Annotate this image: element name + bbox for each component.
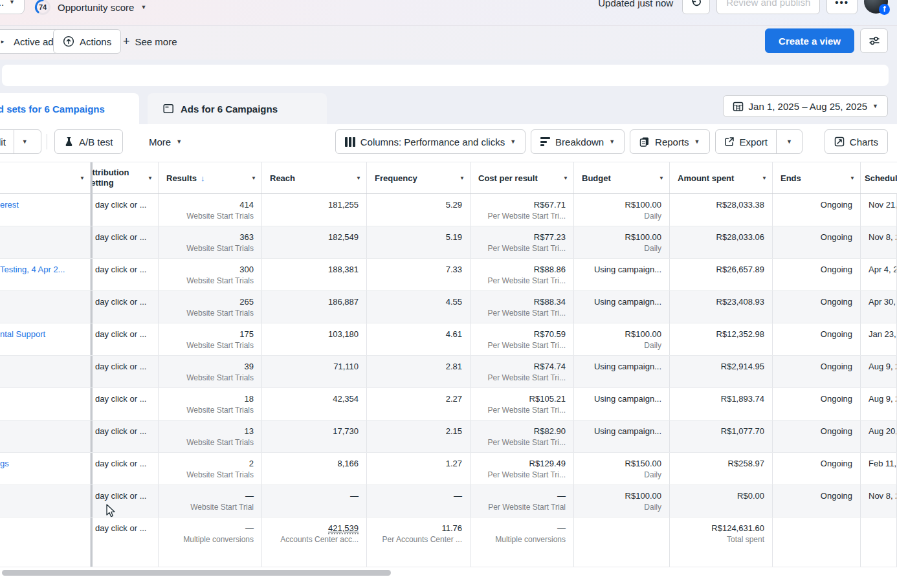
tabs-row: Ad sets for 6 Campaigns Ads for 6 Campai…	[0, 91, 897, 124]
header-ends[interactable]: Ends▼	[773, 162, 861, 193]
refresh-button[interactable]	[682, 0, 710, 14]
avatar[interactable]: f	[864, 0, 888, 14]
cell-reach: 421,539Accounts Center acc...	[262, 517, 367, 567]
adset-name-link[interactable]: erest	[0, 200, 19, 210]
review-publish-button[interactable]: Review and publish	[716, 0, 820, 14]
header-filter-caret-icon[interactable]: ▼	[847, 175, 855, 181]
charts-button[interactable]: Charts	[825, 129, 888, 154]
cell-frequency: 1.27	[367, 453, 471, 485]
filter-search-bar[interactable]	[2, 65, 889, 86]
header-filter-caret-icon[interactable]: ▼	[353, 175, 361, 181]
table-row[interactable]: day click or ... —Multiple conversions 4…	[0, 517, 897, 567]
more-button[interactable]: More ▼	[140, 129, 191, 154]
export-button[interactable]: Export	[716, 130, 776, 153]
ab-test-button[interactable]: A/B test	[54, 129, 123, 154]
cell-schedule: Aug 9, 2	[861, 356, 897, 387]
cell-adset-name	[0, 226, 91, 258]
export-split-button[interactable]: Export ▼	[715, 129, 803, 154]
adset-name-link[interactable]: Testing, 4 Apr 2...	[0, 265, 65, 274]
date-range-button[interactable]: Jan 1, 2025 – Aug 25, 2025 ▼	[723, 95, 888, 117]
edit-button[interactable]: Edit	[0, 130, 14, 153]
header-budget[interactable]: Budget▼	[574, 162, 670, 193]
edit-dropdown-button[interactable]: ▼	[14, 130, 36, 153]
header-filter-caret-icon[interactable]: ▼	[77, 175, 85, 181]
cell-attribution: day click or ...	[93, 259, 159, 290]
header-filter-caret-icon[interactable]: ▼	[145, 175, 153, 181]
adsets-table: ▼ Attribution setting▼ Results↓▼ Reach▼ …	[0, 162, 897, 567]
content-panel: Edit ▼ A/B test More ▼ Columns: Performa…	[0, 124, 897, 588]
header-filter-caret-icon[interactable]: ▼	[249, 175, 256, 181]
horizontal-scrollbar-thumb[interactable]	[2, 570, 391, 576]
chevron-down-icon: ▼	[786, 139, 792, 145]
sliders-icon	[869, 36, 880, 46]
cell-frequency: 2.81	[367, 356, 471, 387]
tab-ads[interactable]: Ads for 6 Campaigns	[148, 93, 327, 124]
export-dropdown-button[interactable]: ▼	[776, 130, 802, 153]
columns-button[interactable]: Columns: Performance and clicks ▼	[335, 129, 526, 154]
cell-amount-spent: R$28,033.06	[670, 226, 773, 258]
cell-budget: R$150.00Daily	[574, 453, 670, 485]
reach-value: 103,180	[328, 329, 359, 339]
header-reach[interactable]: Reach▼	[262, 162, 367, 193]
reach-value: 42,354	[333, 394, 359, 404]
cell-amount-spent: R$1,893.74	[670, 388, 773, 420]
cell-cost-per-result: —Multiple conversions	[471, 517, 574, 567]
columns-icon	[345, 137, 355, 147]
table-row[interactable]: gs day click or ... 2Website Start Trial…	[0, 453, 897, 485]
header-results[interactable]: Results↓▼	[159, 162, 262, 193]
cell-cost-per-result: —Per Website Start Trial	[471, 485, 574, 517]
plus-icon: +	[123, 35, 130, 49]
chevron-down-icon: ▼	[176, 139, 182, 145]
table-row[interactable]: erest day click or ... 414Website Start …	[0, 194, 897, 226]
cell-reach: 42,354	[262, 388, 367, 420]
header-filter-caret-icon[interactable]: ▼	[457, 175, 465, 181]
table-row[interactable]: ntal Support day click or ... 175Website…	[0, 323, 897, 356]
reports-button[interactable]: Reports ▼	[630, 129, 709, 154]
adset-name-link[interactable]: ntal Support	[0, 329, 45, 339]
table-row[interactable]: day click or ... —Website Start Trial — …	[0, 485, 897, 517]
table-row[interactable]: day click or ... 39Website Start Trials …	[0, 356, 897, 388]
header-amount-spent[interactable]: Amount spent▼	[670, 162, 773, 193]
cell-adset-name: Testing, 4 Apr 2...	[0, 259, 91, 290]
cell-reach: 8,166	[262, 453, 367, 485]
opportunity-score[interactable]: 74 Opportunity score ▼	[34, 0, 146, 16]
table-row[interactable]: day click or ... 13Website Start Trials …	[0, 420, 897, 453]
header-cost-per-result[interactable]: Cost per result▼	[471, 162, 574, 193]
breakdown-button[interactable]: Breakdown ▼	[531, 129, 625, 154]
tab-ad-sets[interactable]: Ad sets for 6 Campaigns	[0, 93, 139, 124]
create-view-button[interactable]: Create a view	[765, 28, 854, 53]
view-settings-button[interactable]	[860, 28, 888, 53]
cell-frequency: 4.61	[367, 323, 471, 355]
table-row[interactable]: Testing, 4 Apr 2... day click or ... 300…	[0, 259, 897, 291]
reach-value: 71,110	[333, 362, 359, 371]
overflow-menu-button[interactable]: •••	[826, 0, 858, 14]
header-filter-caret-icon[interactable]: ▼	[759, 175, 767, 181]
cell-reach: —	[262, 485, 367, 517]
header-filter-caret-icon[interactable]: ▼	[560, 175, 568, 181]
cell-attribution: day click or ...	[93, 388, 159, 420]
cell-amount-spent: R$12,352.98	[670, 323, 773, 355]
opportunity-score-value: 74	[34, 0, 51, 16]
opportunity-score-label: Opportunity score	[58, 2, 134, 13]
cell-attribution: day click or ...	[93, 453, 159, 485]
cell-ends: Ongoing	[773, 453, 861, 485]
chevron-down-icon: ▼	[9, 0, 15, 5]
cell-reach: 182,549	[262, 226, 367, 258]
cell-amount-spent: R$28,033.38	[670, 194, 773, 226]
cell-amount-spent: R$258.97	[670, 453, 773, 485]
header-schedule[interactable]: Schedule	[861, 162, 897, 193]
edit-split-button[interactable]: Edit ▼	[0, 129, 41, 154]
cell-cost-per-result: R$74.74Per Website Start Tri...	[471, 356, 574, 387]
actions-button[interactable]: Actions	[53, 29, 121, 54]
adset-name-link[interactable]: gs	[0, 459, 9, 468]
see-more-button[interactable]: + See more	[114, 29, 186, 54]
header-filter-caret-icon[interactable]: ▼	[656, 175, 664, 181]
cell-frequency: 5.29	[367, 194, 471, 226]
table-row[interactable]: day click or ... 363Website Start Trials…	[0, 226, 897, 259]
cell-results: —Multiple conversions	[159, 517, 262, 567]
campaign-menu-button[interactable]: ... ▼	[0, 0, 25, 14]
header-frequency[interactable]: Frequency▼	[367, 162, 471, 193]
cell-results: 2Website Start Trials	[159, 453, 262, 485]
table-row[interactable]: day click or ... 265Website Start Trials…	[0, 291, 897, 323]
table-row[interactable]: day click or ... 18Website Start Trials …	[0, 388, 897, 420]
